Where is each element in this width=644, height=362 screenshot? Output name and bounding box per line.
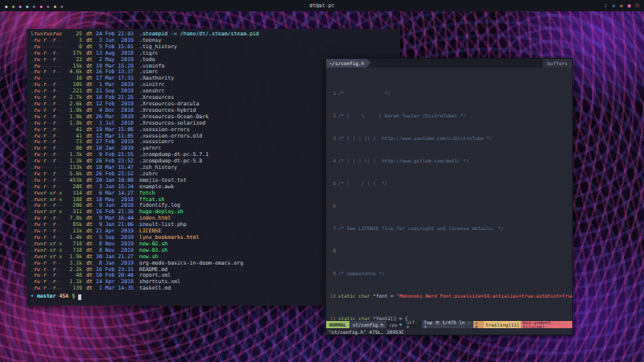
host-title: dt@at-pc bbox=[0, 2, 644, 9]
workspace-icon[interactable]: ◆ bbox=[5, 3, 8, 9]
tab-config-h[interactable]: ~/s/config.h bbox=[326, 59, 367, 68]
file-permissions: .rw-r--r-- bbox=[31, 286, 65, 292]
statusline-filename: st/config.h bbox=[349, 321, 386, 328]
line-number: 2 bbox=[326, 113, 338, 118]
workspace-icon[interactable]: ◆ bbox=[19, 3, 22, 9]
terminal-vim-editor[interactable]: ~/s/config.h buffers 1 /* ____ _____ */ … bbox=[325, 58, 573, 335]
workspace-icon[interactable]: ◆ bbox=[47, 3, 50, 9]
vim-command-line[interactable]: "st/config.h" 475L, 20953C bbox=[326, 328, 572, 335]
mode-indicator: NORMAL bbox=[326, 321, 349, 328]
trailing-whitespace-badge: trailing[11] bbox=[484, 321, 521, 328]
file-name: .steampid -> /home/dt/.steam/steam.pid bbox=[139, 31, 396, 38]
git-branch-label: master bbox=[37, 294, 56, 300]
tray-icon[interactable]: ✉ bbox=[620, 2, 623, 9]
position-indicator: Top ☰ 1/475 ln : 1 bbox=[422, 321, 473, 328]
file-date: 1 Mar 14:35 bbox=[96, 286, 138, 292]
filetype-indicator: cpp bbox=[386, 321, 403, 328]
top-bar: ◆ ◆ ◆ ◆ ◆ ◆ ◆ ◆ ◆ dt@at-pc ♪ ⇵ ✉ ▦ ⏻ bbox=[0, 0, 644, 11]
code-line: 2 /* | _ \_ _| Derek Taylor (DistroTube)… bbox=[326, 113, 572, 118]
filetype-label: cpp bbox=[389, 323, 397, 327]
code-line: 10 static char *font = "Mononoki Nerd Fo… bbox=[326, 293, 572, 298]
code-text: /* | | | || | http://www.youtube.com/c/D… bbox=[338, 135, 572, 141]
filetype-icon bbox=[399, 323, 402, 326]
line-number: 5 bbox=[326, 180, 338, 186]
prompt-symbol: § bbox=[72, 294, 75, 300]
code-text: /* | |_| || | http://www.gitlab.com/dwt1… bbox=[338, 158, 572, 163]
code-text: /* ____ _____ */ bbox=[338, 90, 572, 96]
vim-statusline: NORMAL st/config.h cpp utf-8 Top ☰ 1/475… bbox=[326, 321, 572, 328]
line-number: 9 bbox=[326, 270, 338, 276]
code-area[interactable]: 1 /* ____ _____ */ 2 /* | _ \_ _| Derek … bbox=[326, 68, 572, 321]
line-number: 7 bbox=[326, 225, 338, 231]
line-number: 1 bbox=[326, 90, 338, 96]
file-row: lrwxrwxrwx 25 dt 24 Feb 22:03 .steampid … bbox=[31, 31, 396, 38]
code-text: /* See LICENSE file for copyright and li… bbox=[338, 225, 572, 231]
file-row: .rw------- 0 dt 5 Feb 15:01 .tig_history bbox=[31, 44, 396, 51]
code-text bbox=[338, 203, 572, 208]
line-number: 6 bbox=[326, 203, 338, 208]
code-line: 5 /* |____/ |_| */ bbox=[326, 180, 572, 186]
file-name: .tigrc bbox=[139, 51, 396, 57]
code-line: 7 /* See LICENSE file for copyright and … bbox=[326, 225, 572, 231]
git-status-label: 45A bbox=[59, 294, 68, 300]
tray-icon[interactable]: ▦ bbox=[628, 2, 631, 9]
file-row: .rw-r--r-- 17k dt 13 Aug 2018 .tigrc bbox=[31, 51, 396, 57]
file-name: .tig_history bbox=[139, 44, 396, 51]
file-row: .rw-r--r-- 3 dt 3 Jun 2019 .teensy bbox=[31, 38, 396, 44]
tray-icon[interactable]: ⇵ bbox=[612, 2, 615, 9]
code-text: static char *font = "Mononoki Nerd Font:… bbox=[338, 293, 572, 298]
mixed-indent-badge: mix-indent-file[98] bbox=[521, 321, 572, 328]
file-owner: dt bbox=[82, 286, 93, 292]
code-line: 1 /* ____ _____ */ bbox=[326, 90, 572, 96]
prompt-bullet-icon: • bbox=[31, 294, 34, 300]
line-number: 3 bbox=[326, 135, 338, 141]
code-text: /* |____/ |_| */ bbox=[338, 180, 572, 186]
code-line: 9 /* appearance */ bbox=[326, 270, 572, 276]
code-text bbox=[338, 248, 572, 253]
powerline-arrow-icon bbox=[367, 59, 371, 67]
workspace-icon[interactable]: ◆ bbox=[33, 3, 36, 9]
workspace-icon[interactable]: ◆ bbox=[53, 3, 56, 9]
code-line: 6 bbox=[326, 203, 572, 208]
code-line: 4 /* | |_| || | http://www.gitlab.com/dw… bbox=[326, 158, 572, 163]
terminal-cursor bbox=[78, 294, 81, 300]
code-text: /* appearance */ bbox=[338, 270, 572, 276]
system-tray: ♪ ⇵ ✉ ▦ ⏻ bbox=[605, 2, 639, 9]
tray-icon[interactable]: ♪ bbox=[605, 2, 608, 9]
workspace-list: ◆ ◆ ◆ ◆ ◆ ◆ ◆ ◆ ◆ bbox=[5, 3, 64, 9]
warning-count-badge: ⚠ 8 bbox=[473, 321, 484, 328]
line-number: 4 bbox=[326, 158, 338, 163]
file-name: .teensy bbox=[139, 38, 396, 44]
code-line: 8 bbox=[326, 248, 572, 253]
line-number: 8 bbox=[326, 248, 338, 253]
code-text: /* | _ \_ _| Derek Taylor (DistroTube) *… bbox=[338, 113, 572, 118]
file-size: 139 bbox=[65, 286, 82, 292]
buffers-label: buffers bbox=[543, 59, 572, 68]
vim-tabline: ~/s/config.h buffers bbox=[326, 59, 572, 68]
workspace-icon[interactable]: ◆ bbox=[39, 3, 43, 9]
code-line: 3 /* | | | || | http://www.youtube.com/c… bbox=[326, 135, 572, 141]
workspace-icon[interactable]: ◆ bbox=[60, 3, 64, 9]
workspace-icon[interactable]: ◆ bbox=[12, 3, 15, 9]
workspace-icon[interactable]: ◆ bbox=[26, 3, 29, 9]
tray-icon[interactable]: ⏻ bbox=[635, 2, 639, 9]
encoding-indicator: utf-8 bbox=[404, 321, 422, 328]
line-number: 10 bbox=[326, 293, 338, 298]
line-number: 11 bbox=[326, 315, 338, 321]
